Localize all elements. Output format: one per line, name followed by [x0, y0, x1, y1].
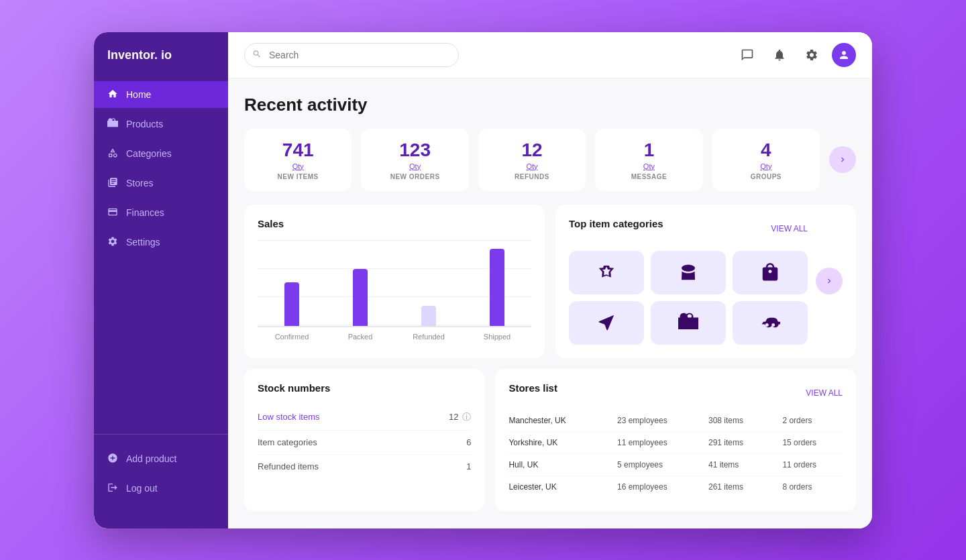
category-item-glasses[interactable]: [733, 301, 808, 345]
store-items-hull: 41 items: [708, 460, 777, 469]
stat-number-refunds: 12: [492, 139, 572, 161]
store-items-yorkshire: 291 items: [708, 438, 777, 447]
stores-view-all-link[interactable]: VIEW ALL: [806, 388, 843, 398]
sidebar-item-categories[interactable]: Categories: [94, 140, 228, 167]
categories-scroll-right-button[interactable]: [816, 268, 843, 294]
stores-panel-title: Stores list: [508, 382, 557, 394]
categories-grid: [569, 251, 808, 345]
stores-panel-header: Stores list VIEW ALL: [508, 382, 843, 404]
stat-qty-refunds[interactable]: Qty: [492, 162, 572, 170]
stock-panel: Stock numbers Low stock items 12 ⓘ Item …: [244, 369, 484, 511]
sidebar-item-home[interactable]: Home: [94, 81, 228, 108]
category-item-skate[interactable]: [569, 301, 644, 345]
stat-qty-new-items[interactable]: Qty: [258, 162, 338, 170]
chart-label-confirmed: Confirmed: [258, 333, 326, 341]
stock-item-low-label[interactable]: Low stock items: [258, 412, 319, 422]
stat-qty-groups[interactable]: Qty: [726, 162, 806, 170]
bar-confirmed-fill: [284, 282, 299, 326]
user-avatar[interactable]: [832, 43, 856, 67]
stat-card-groups: 4 Qty GROUPS: [712, 129, 820, 191]
stat-qty-new-orders[interactable]: Qty: [374, 162, 455, 170]
store-name-yorkshire: Yorkshire, UK: [508, 438, 612, 447]
bell-icon-button[interactable]: [767, 43, 792, 67]
store-name-hull: Hull, UK: [508, 460, 612, 469]
store-name-leicester: Leicester, UK: [508, 482, 612, 492]
bar-shipped-fill: [490, 249, 504, 326]
stat-qty-message[interactable]: Qty: [608, 162, 689, 170]
sales-panel-title: Sales: [258, 218, 531, 229]
app-logo: Inventor. io: [94, 48, 228, 81]
stats-scroll-right-button[interactable]: [829, 146, 856, 173]
search-bar: [244, 43, 459, 67]
store-row-manchester: Manchester, UK 23 employees 308 items 2 …: [508, 410, 843, 432]
stock-item-categories: Item categories 6: [258, 431, 471, 455]
app-container: Inventor. io Home Products Categories: [94, 32, 872, 528]
dashboard: Recent activity 741 Qty NEW ITEMS 123 Qt…: [228, 78, 872, 528]
add-product-label: Add product: [126, 453, 177, 464]
sidebar-bottom: Add product Log out: [94, 434, 228, 512]
sidebar-item-finances[interactable]: Finances: [94, 199, 228, 226]
sidebar-item-products[interactable]: Products: [94, 111, 228, 137]
sidebar-item-finances-label: Finances: [126, 207, 164, 218]
category-item-bag[interactable]: [733, 251, 808, 294]
finances-icon: [107, 207, 119, 219]
store-orders-manchester: 2 orders: [782, 416, 843, 425]
categories-panel: Top item categories VIEW ALL: [555, 205, 856, 358]
logout-button[interactable]: Log out: [94, 475, 228, 502]
store-employees-manchester: 23 employees: [617, 416, 703, 425]
sales-panel: Sales: [244, 205, 545, 358]
bar-refunded: [394, 306, 463, 326]
stock-panel-title: Stock numbers: [258, 382, 471, 394]
category-item-tshirt[interactable]: [569, 251, 644, 294]
header-actions: [735, 43, 856, 67]
stock-item-categories-label: Item categories: [258, 437, 317, 447]
stat-number-groups: 4: [726, 139, 806, 161]
stat-label-new-items: NEW ITEMS: [258, 173, 338, 180]
stat-number-message: 1: [608, 139, 689, 161]
categories-view-all-link[interactable]: VIEW ALL: [771, 224, 808, 233]
info-icon-low-stock[interactable]: ⓘ: [462, 411, 471, 423]
stock-item-refunded-label: Refunded items: [258, 461, 319, 471]
stat-label-new-orders: NEW ORDERS: [374, 173, 455, 180]
stock-item-low-number: 12: [449, 412, 458, 422]
middle-row: Sales: [244, 205, 856, 358]
add-product-button[interactable]: Add product: [94, 445, 228, 472]
stock-item-low-value: 12 ⓘ: [449, 411, 471, 423]
search-icon: [252, 49, 262, 60]
main-content: Recent activity 741 Qty NEW ITEMS 123 Qt…: [228, 32, 872, 528]
stores-panel: Stores list VIEW ALL Manchester, UK 23 e…: [495, 369, 856, 511]
category-item-hat[interactable]: [651, 251, 726, 294]
page-title: Recent activity: [244, 95, 856, 115]
chart-label-refunded: Refunded: [394, 333, 463, 341]
stock-item-categories-number: 6: [466, 437, 471, 447]
bar-packed-fill: [353, 269, 368, 326]
stock-item-refunded-number: 1: [466, 461, 471, 471]
gear-icon-button[interactable]: [800, 43, 824, 67]
chart-labels: Confirmed Packed Refunded Shipped: [258, 333, 531, 341]
logout-icon: [107, 482, 119, 494]
products-icon: [107, 118, 119, 130]
category-item-briefcase[interactable]: [651, 301, 726, 345]
stats-row: 741 Qty NEW ITEMS 123 Qty NEW ORDERS 12 …: [244, 129, 856, 191]
sidebar-item-settings[interactable]: Settings: [94, 229, 228, 256]
sidebar-item-stores[interactable]: Stores: [94, 170, 228, 197]
store-orders-hull: 11 orders: [782, 460, 843, 469]
stock-item-refunded: Refunded items 1: [258, 455, 471, 478]
header: [228, 32, 872, 78]
grid-line-1: [258, 240, 531, 241]
stat-card-new-items: 741 Qty NEW ITEMS: [244, 129, 352, 191]
chat-icon-button[interactable]: [735, 43, 759, 67]
stat-label-message: MESSAGE: [608, 173, 689, 180]
sales-chart: [258, 240, 531, 327]
search-input[interactable]: [244, 43, 459, 67]
store-name-manchester: Manchester, UK: [508, 416, 612, 425]
chart-label-packed: Packed: [326, 333, 394, 341]
store-employees-hull: 5 employees: [617, 460, 703, 469]
settings-icon: [107, 236, 119, 248]
sidebar: Inventor. io Home Products Categories: [94, 32, 228, 528]
store-row-hull: Hull, UK 5 employees 41 items 11 orders: [508, 454, 843, 476]
sidebar-item-settings-label: Settings: [126, 237, 160, 247]
add-product-icon: [107, 453, 119, 465]
store-employees-leicester: 16 employees: [617, 482, 703, 492]
sidebar-item-categories-label: Categories: [126, 148, 172, 159]
